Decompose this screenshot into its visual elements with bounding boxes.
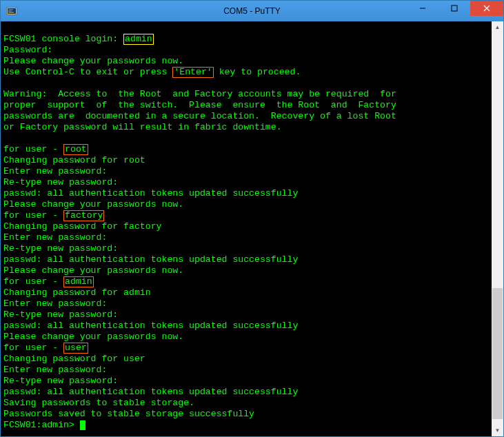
terminal-line: passwd: all authentication tokens update… [3,254,489,265]
titlebar[interactable]: COM5 - PuTTY [1,1,503,21]
scroll-down-arrow[interactable]: ▼ [492,425,503,436]
terminal-line: passwd: all authentication tokens update… [3,188,489,199]
terminal-line: Re-type new password: [3,177,489,188]
terminal-line: passwd: all authentication tokens update… [3,387,489,398]
terminal-line [3,133,489,144]
highlighted-text: user [63,343,88,354]
svg-rect-6 [452,6,457,11]
scroll-track[interactable] [492,33,503,425]
terminal-line: Enter new password: [3,166,489,177]
scrollbar[interactable]: ▲ ▼ [492,21,503,436]
terminal-line: Re-type new password: [3,309,489,321]
terminal-line: for user - admin [3,276,489,287]
terminal-line: Please change your passwords now. [3,56,489,67]
close-button[interactable] [470,1,503,16]
terminal-line: Enter new password: [3,365,489,376]
app-window: COM5 - PuTTY FCSW01 console login: admin… [0,0,504,437]
prompt: FCSW01:admin> [3,420,80,430]
terminal-line: Please change your passwords now. [3,199,489,210]
titlebar-left [6,6,21,17]
terminal-line: Enter new password: [3,298,489,309]
terminal-line: Saving passwords to stable storage. [3,398,489,409]
cursor [80,420,85,430]
terminal-line: Changing password for factory [3,221,489,232]
window-title: COM5 - PuTTY [223,6,281,16]
highlighted-text: admin [123,34,154,45]
window-controls [407,1,503,21]
terminal-line [3,23,489,34]
terminal-line: for user - user [3,343,489,354]
terminal-line [3,78,489,89]
highlighted-text: root [63,144,88,155]
terminal-line: passwd: all authentication tokens update… [3,321,489,332]
scroll-thumb[interactable] [492,288,503,419]
terminal-line: for user - factory [3,210,489,221]
terminal-line: Use Control-C to exit or press 'Enter' k… [3,67,489,78]
terminal-line: Changing password for admin [3,287,489,298]
terminal-line: Passwords saved to stable storage succes… [3,409,489,420]
terminal-line: FCSW01:admin> [3,420,489,431]
app-icon [6,6,17,17]
terminal-line: Changing password for user [3,354,489,365]
terminal-line: passwords are documented in a secure loc… [3,111,489,122]
scroll-up-arrow[interactable]: ▲ [492,21,503,33]
terminal-line: Password: [3,45,489,56]
terminal-content[interactable]: FCSW01 console login: adminPassword:Plea… [1,21,492,436]
terminal-line: Warning: Access to the Root and Factory … [3,89,489,100]
terminal-line: Please change your passwords now. [3,332,489,343]
terminal-line: proper support of the switch. Please ens… [3,100,489,111]
minimize-button[interactable] [407,1,439,16]
terminal-line: Enter new password: [3,232,489,243]
terminal-line: or Factory password will result in fabri… [3,122,489,133]
highlighted-text: factory [63,210,104,221]
highlighted-text: 'Enter' [172,67,213,78]
highlighted-text: admin [63,276,94,287]
terminal-line: Please change your passwords now. [3,265,489,276]
terminal-line: Re-type new password: [3,376,489,387]
terminal-line: Changing password for root [3,155,489,166]
terminal-line: FCSW01 console login: admin [3,34,489,45]
terminal-line: for user - root [3,144,489,155]
terminal-line: Re-type new password: [3,243,489,254]
terminal-body: FCSW01 console login: adminPassword:Plea… [1,21,503,436]
maximize-button[interactable] [439,1,470,16]
